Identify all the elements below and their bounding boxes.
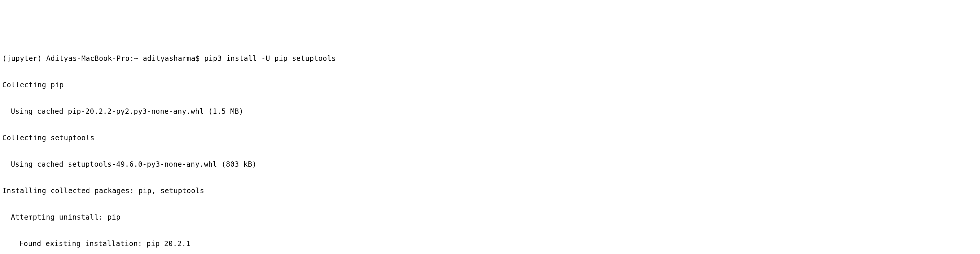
output-line: Found existing installation: pip 20.2.1 [2,239,978,248]
prompt-command-line: (jupyter) Adityas-MacBook-Pro:~ adityash… [2,54,978,63]
output-line: Collecting pip [2,81,978,89]
terminal-output[interactable]: (jupyter) Adityas-MacBook-Pro:~ adityash… [2,37,978,254]
output-line: Installing collected packages: pip, setu… [2,186,978,195]
output-line: Attempting uninstall: pip [2,213,978,222]
output-line: Using cached pip-20.2.2-py2.py3-none-any… [2,107,978,116]
output-line: Collecting setuptools [2,133,978,142]
output-line: Using cached setuptools-49.6.0-py3-none-… [2,160,978,169]
